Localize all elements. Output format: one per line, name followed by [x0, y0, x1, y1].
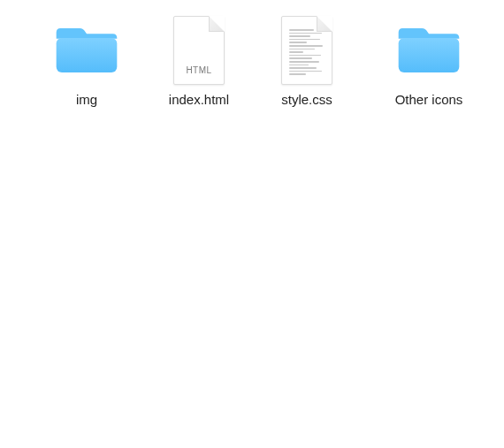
folder-icon [393, 16, 464, 85]
item-label: img [76, 92, 97, 108]
html-file-icon: HTML [164, 16, 234, 85]
text-file-icon [271, 16, 342, 85]
file-badge-html: HTML [174, 65, 224, 75]
folder-item-img[interactable]: img [38, 16, 135, 108]
item-label: style.css [281, 92, 332, 108]
file-item-style-css[interactable]: style.css [258, 16, 355, 108]
item-label: index.html [169, 92, 229, 108]
file-item-index-html[interactable]: HTML index.html [150, 16, 248, 108]
folder-item-other-icons[interactable]: Other icons [380, 16, 477, 108]
file-browser-area: img HTML index.html style.css [0, 0, 504, 448]
svg-rect-1 [399, 38, 460, 72]
item-label: Other icons [395, 92, 463, 108]
svg-rect-0 [57, 38, 118, 72]
folder-icon [51, 16, 122, 85]
